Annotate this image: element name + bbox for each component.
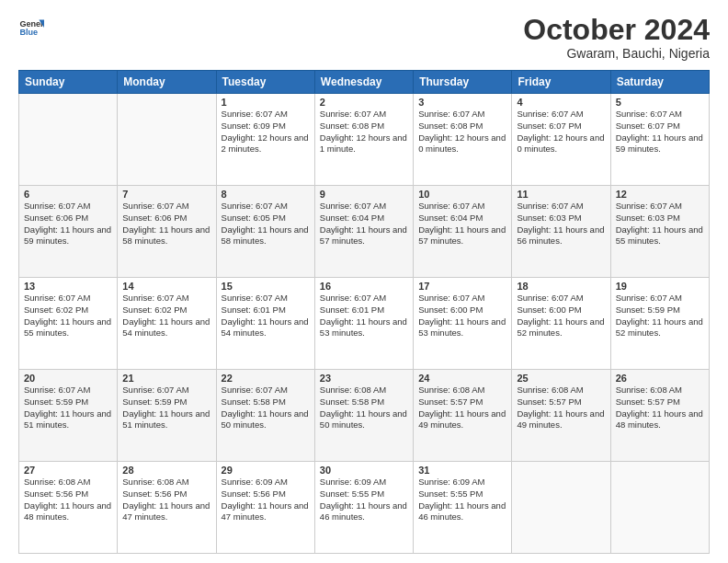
day-number: 15	[222, 281, 310, 292]
month-title: October 2024	[523, 15, 710, 44]
calendar-week-row: 6Sunrise: 6:07 AM Sunset: 6:06 PM Daylig…	[19, 186, 710, 278]
day-number: 27	[24, 465, 112, 476]
day-number: 25	[517, 373, 605, 384]
calendar-day-header: Thursday	[414, 71, 512, 94]
calendar-cell: 22Sunrise: 6:07 AM Sunset: 5:58 PM Dayli…	[216, 370, 314, 462]
cell-content: Sunrise: 6:07 AM Sunset: 6:07 PM Dayligh…	[616, 109, 704, 155]
calendar-cell: 18Sunrise: 6:07 AM Sunset: 6:00 PM Dayli…	[512, 278, 610, 370]
cell-content: Sunrise: 6:08 AM Sunset: 5:56 PM Dayligh…	[122, 477, 210, 523]
day-number: 7	[122, 189, 210, 200]
calendar-week-row: 1Sunrise: 6:07 AM Sunset: 6:09 PM Daylig…	[19, 94, 710, 186]
day-number: 2	[320, 97, 408, 108]
calendar-cell: 7Sunrise: 6:07 AM Sunset: 6:06 PM Daylig…	[118, 186, 216, 278]
calendar-cell: 8Sunrise: 6:07 AM Sunset: 6:05 PM Daylig…	[216, 186, 314, 278]
calendar-cell: 31Sunrise: 6:09 AM Sunset: 5:55 PM Dayli…	[414, 462, 512, 554]
calendar-cell: 16Sunrise: 6:07 AM Sunset: 6:01 PM Dayli…	[314, 278, 413, 370]
calendar-cell	[512, 462, 610, 554]
calendar-cell: 19Sunrise: 6:07 AM Sunset: 5:59 PM Dayli…	[610, 278, 709, 370]
cell-content: Sunrise: 6:07 AM Sunset: 6:08 PM Dayligh…	[320, 109, 408, 155]
calendar-cell: 13Sunrise: 6:07 AM Sunset: 6:02 PM Dayli…	[19, 278, 118, 370]
day-number: 19	[616, 281, 704, 292]
cell-content: Sunrise: 6:07 AM Sunset: 6:04 PM Dayligh…	[320, 201, 408, 247]
day-number: 6	[24, 189, 112, 200]
cell-content: Sunrise: 6:08 AM Sunset: 5:58 PM Dayligh…	[320, 385, 408, 431]
day-number: 18	[517, 281, 605, 292]
calendar-cell	[118, 94, 216, 186]
cell-content: Sunrise: 6:07 AM Sunset: 6:06 PM Dayligh…	[122, 201, 210, 247]
calendar-day-header: Sunday	[19, 71, 118, 94]
calendar-header-row: SundayMondayTuesdayWednesdayThursdayFrid…	[19, 71, 710, 94]
title-block: October 2024 Gwaram, Bauchi, Nigeria	[523, 15, 710, 61]
calendar-cell: 23Sunrise: 6:08 AM Sunset: 5:58 PM Dayli…	[314, 370, 413, 462]
day-number: 20	[24, 373, 112, 384]
cell-content: Sunrise: 6:09 AM Sunset: 5:55 PM Dayligh…	[418, 477, 506, 523]
logo: General Blue	[18, 15, 44, 40]
calendar-cell: 30Sunrise: 6:09 AM Sunset: 5:55 PM Dayli…	[314, 462, 413, 554]
calendar-week-row: 20Sunrise: 6:07 AM Sunset: 5:59 PM Dayli…	[19, 370, 710, 462]
day-number: 9	[320, 189, 408, 200]
cell-content: Sunrise: 6:07 AM Sunset: 6:02 PM Dayligh…	[122, 293, 210, 339]
calendar-day-header: Tuesday	[216, 71, 314, 94]
cell-content: Sunrise: 6:07 AM Sunset: 6:02 PM Dayligh…	[24, 293, 112, 339]
cell-content: Sunrise: 6:07 AM Sunset: 6:05 PM Dayligh…	[222, 201, 310, 247]
cell-content: Sunrise: 6:07 AM Sunset: 5:59 PM Dayligh…	[616, 293, 704, 339]
calendar-cell: 28Sunrise: 6:08 AM Sunset: 5:56 PM Dayli…	[118, 462, 216, 554]
calendar-cell: 9Sunrise: 6:07 AM Sunset: 6:04 PM Daylig…	[314, 186, 413, 278]
day-number: 16	[320, 281, 408, 292]
cell-content: Sunrise: 6:07 AM Sunset: 6:01 PM Dayligh…	[320, 293, 408, 339]
calendar-cell	[610, 462, 709, 554]
calendar-day-header: Wednesday	[314, 71, 413, 94]
cell-content: Sunrise: 6:07 AM Sunset: 6:07 PM Dayligh…	[517, 109, 605, 155]
subtitle: Gwaram, Bauchi, Nigeria	[523, 46, 710, 61]
day-number: 30	[320, 465, 408, 476]
cell-content: Sunrise: 6:08 AM Sunset: 5:57 PM Dayligh…	[517, 385, 605, 431]
day-number: 14	[122, 281, 210, 292]
calendar-cell: 15Sunrise: 6:07 AM Sunset: 6:01 PM Dayli…	[216, 278, 314, 370]
cell-content: Sunrise: 6:07 AM Sunset: 6:03 PM Dayligh…	[616, 201, 704, 247]
cell-content: Sunrise: 6:09 AM Sunset: 5:56 PM Dayligh…	[222, 477, 310, 523]
cell-content: Sunrise: 6:08 AM Sunset: 5:56 PM Dayligh…	[24, 477, 112, 523]
calendar-cell: 27Sunrise: 6:08 AM Sunset: 5:56 PM Dayli…	[19, 462, 118, 554]
calendar-cell: 1Sunrise: 6:07 AM Sunset: 6:09 PM Daylig…	[216, 94, 314, 186]
logo-icon: General Blue	[18, 15, 44, 40]
day-number: 28	[122, 465, 210, 476]
calendar-cell: 5Sunrise: 6:07 AM Sunset: 6:07 PM Daylig…	[610, 94, 709, 186]
cell-content: Sunrise: 6:07 AM Sunset: 6:03 PM Dayligh…	[517, 201, 605, 247]
calendar-cell: 2Sunrise: 6:07 AM Sunset: 6:08 PM Daylig…	[314, 94, 413, 186]
day-number: 5	[616, 97, 704, 108]
day-number: 1	[222, 97, 310, 108]
calendar-day-header: Friday	[512, 71, 610, 94]
day-number: 4	[517, 97, 605, 108]
calendar-cell: 10Sunrise: 6:07 AM Sunset: 6:04 PM Dayli…	[414, 186, 512, 278]
calendar-cell: 4Sunrise: 6:07 AM Sunset: 6:07 PM Daylig…	[512, 94, 610, 186]
calendar-cell: 6Sunrise: 6:07 AM Sunset: 6:06 PM Daylig…	[19, 186, 118, 278]
calendar-day-header: Monday	[118, 71, 216, 94]
cell-content: Sunrise: 6:07 AM Sunset: 6:00 PM Dayligh…	[517, 293, 605, 339]
calendar-week-row: 13Sunrise: 6:07 AM Sunset: 6:02 PM Dayli…	[19, 278, 710, 370]
cell-content: Sunrise: 6:07 AM Sunset: 5:58 PM Dayligh…	[222, 385, 310, 431]
calendar-cell: 12Sunrise: 6:07 AM Sunset: 6:03 PM Dayli…	[610, 186, 709, 278]
day-number: 17	[418, 281, 506, 292]
cell-content: Sunrise: 6:08 AM Sunset: 5:57 PM Dayligh…	[418, 385, 506, 431]
day-number: 31	[418, 465, 506, 476]
day-number: 24	[418, 373, 506, 384]
calendar-table: SundayMondayTuesdayWednesdayThursdayFrid…	[18, 70, 710, 554]
calendar-cell: 3Sunrise: 6:07 AM Sunset: 6:08 PM Daylig…	[414, 94, 512, 186]
calendar-cell: 26Sunrise: 6:08 AM Sunset: 5:57 PM Dayli…	[610, 370, 709, 462]
cell-content: Sunrise: 6:07 AM Sunset: 6:00 PM Dayligh…	[418, 293, 506, 339]
cell-content: Sunrise: 6:07 AM Sunset: 6:08 PM Dayligh…	[418, 109, 506, 155]
cell-content: Sunrise: 6:09 AM Sunset: 5:55 PM Dayligh…	[320, 477, 408, 523]
day-number: 3	[418, 97, 506, 108]
calendar-cell	[19, 94, 118, 186]
day-number: 12	[616, 189, 704, 200]
cell-content: Sunrise: 6:08 AM Sunset: 5:57 PM Dayligh…	[616, 385, 704, 431]
day-number: 10	[418, 189, 506, 200]
calendar-cell: 21Sunrise: 6:07 AM Sunset: 5:59 PM Dayli…	[118, 370, 216, 462]
calendar-cell: 14Sunrise: 6:07 AM Sunset: 6:02 PM Dayli…	[118, 278, 216, 370]
calendar-cell: 29Sunrise: 6:09 AM Sunset: 5:56 PM Dayli…	[216, 462, 314, 554]
calendar-day-header: Saturday	[610, 71, 709, 94]
cell-content: Sunrise: 6:07 AM Sunset: 6:01 PM Dayligh…	[222, 293, 310, 339]
calendar-cell: 11Sunrise: 6:07 AM Sunset: 6:03 PM Dayli…	[512, 186, 610, 278]
cell-content: Sunrise: 6:07 AM Sunset: 6:06 PM Dayligh…	[24, 201, 112, 247]
header: General Blue October 2024 Gwaram, Bauchi…	[18, 15, 710, 61]
